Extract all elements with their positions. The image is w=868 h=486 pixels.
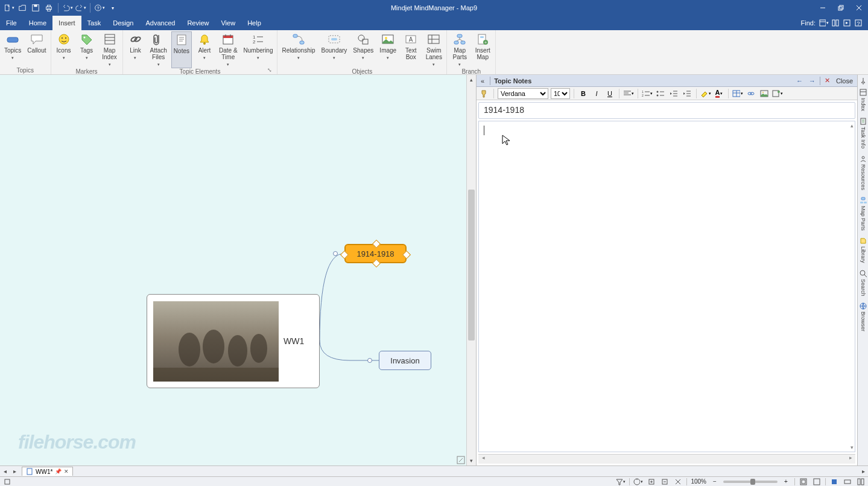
indent-button[interactable] [682, 88, 692, 99]
scroll-up-icon[interactable]: ▴ [467, 75, 476, 85]
help-icon[interactable]: ?▾ [94, 2, 105, 13]
notes-hscroll[interactable]: ◂ ▸ [478, 454, 855, 464]
text-box-button[interactable]: ATextBox [401, 31, 421, 68]
boundary-button[interactable]: Boundary▾ [320, 31, 349, 68]
notes-next-icon[interactable]: → [807, 77, 817, 85]
view-mode-3-icon[interactable] [856, 478, 866, 486]
bold-button[interactable]: B [578, 88, 589, 99]
zoom-in-button[interactable]: + [781, 478, 791, 486]
relationship-button[interactable]: Relationship▾ [280, 31, 317, 68]
insert-hyperlink-button[interactable] [746, 88, 756, 99]
focus-icon[interactable] [673, 478, 683, 486]
selection-handle-top[interactable] [372, 240, 381, 248]
highlight-button[interactable]: ▾ [700, 88, 711, 99]
find-layout-icon[interactable]: ▾ [819, 18, 829, 28]
find-help-icon[interactable]: ? [854, 18, 863, 28]
menu-home[interactable]: Home [23, 16, 52, 30]
find-arrow-icon[interactable] [842, 18, 852, 28]
selection-handle-right[interactable] [402, 251, 411, 259]
open-icon[interactable] [17, 2, 28, 13]
new-doc-icon[interactable]: ▾ [4, 2, 14, 13]
menu-view[interactable]: View [215, 16, 241, 30]
selection-handle-bottom[interactable] [372, 259, 381, 267]
mindmap-canvas[interactable]: WW1 1914-1918 Invasion filehorse.com [0, 75, 466, 465]
menu-insert[interactable]: Insert [52, 16, 81, 30]
menu-advanced[interactable]: Advanced [139, 16, 181, 30]
insert-image-button[interactable] [759, 88, 770, 99]
menu-help[interactable]: Help [241, 16, 267, 30]
filter-icon[interactable]: ▾ [616, 478, 626, 486]
outdent-button[interactable] [668, 88, 679, 99]
shapes-button[interactable]: Shapes▾ [351, 31, 375, 68]
underline-button[interactable]: U [604, 88, 615, 99]
format-painter-icon[interactable] [479, 88, 490, 99]
right-tab-task-info[interactable]: Task Info [858, 115, 868, 151]
insert-object-button[interactable]: ▾ [772, 88, 783, 99]
save-icon[interactable] [30, 2, 41, 13]
doc-tab-pin-icon[interactable]: 📌 [55, 468, 62, 475]
notes-scroll-up-icon[interactable]: ▴ [851, 123, 854, 129]
fit-map-icon[interactable] [812, 478, 822, 486]
swim-lanes-button[interactable]: SwimLanes▾ [423, 31, 444, 68]
qat-customize-icon[interactable]: ▾ [107, 2, 118, 13]
zoom-slider[interactable] [723, 481, 778, 483]
group-launcher-icon[interactable]: ⤡ [266, 67, 273, 74]
font-family-select[interactable]: Verdana [498, 88, 548, 99]
tab-scroll-left-icon[interactable]: ◂ [0, 468, 10, 475]
right-tabs-pin-icon[interactable] [858, 77, 869, 85]
view-mode-2-icon[interactable] [843, 478, 852, 486]
close-window-button[interactable] [850, 0, 868, 16]
insert-table-button[interactable]: ▾ [732, 88, 743, 99]
tab-scroll-right-icon[interactable]: ▸ [10, 468, 19, 475]
collapse-icon[interactable] [660, 478, 670, 486]
right-tab-browser[interactable]: Browser [858, 299, 868, 334]
icons-button[interactable]: Icons▾ [54, 31, 74, 68]
date-time-button[interactable]: Date &Time▾ [217, 31, 239, 68]
find-toggle-icon[interactable] [831, 18, 840, 28]
insert-map-button[interactable]: +InsertMap [472, 31, 493, 68]
link-button[interactable]: Link▾ [125, 31, 146, 68]
image-button[interactable]: Image▾ [378, 31, 398, 68]
notes-close-button[interactable]: Close [834, 77, 855, 85]
document-tab[interactable]: WW1* 📌 ✕ [22, 467, 73, 476]
status-flag-icon[interactable] [2, 478, 12, 486]
right-tab-index[interactable]: Index [858, 86, 868, 114]
subtopic-invasion[interactable]: Invasion [379, 351, 431, 370]
font-size-select[interactable]: 10 [551, 88, 570, 99]
minimize-button[interactable] [814, 0, 832, 16]
notes-prev-icon[interactable]: ← [794, 77, 805, 85]
restore-button[interactable] [832, 0, 850, 16]
connector-dot-2[interactable] [367, 358, 372, 363]
italic-button[interactable]: I [591, 88, 602, 99]
doc-tab-close-icon[interactable]: ✕ [64, 468, 69, 475]
view-mode-1-icon[interactable] [829, 478, 839, 486]
right-tab-resources[interactable]: Resources [858, 152, 868, 193]
zoom-slider-thumb[interactable] [750, 479, 755, 485]
redo-icon[interactable]: ▾ [75, 2, 86, 13]
notes-close-x-icon[interactable]: ✕ [823, 77, 832, 85]
callout-button[interactable]: Callout [25, 31, 48, 67]
tab-scroll-end-icon[interactable]: ▸ [858, 468, 868, 475]
menu-review[interactable]: Review [181, 16, 215, 30]
print-icon[interactable] [43, 2, 54, 13]
notes-editor[interactable]: ▴ ▾ [478, 121, 855, 452]
zoom-out-button[interactable]: − [710, 478, 720, 486]
menu-design[interactable]: Design [107, 16, 139, 30]
connector-dot-1[interactable] [333, 251, 338, 256]
zoom-value[interactable]: 100% [691, 478, 706, 485]
subtopic-1914-1918[interactable]: 1914-1918 [344, 244, 407, 263]
attach-files-button[interactable]: AttachFiles▾ [148, 31, 169, 68]
font-color-button[interactable]: A▾ [714, 88, 724, 99]
canvas-resize-icon[interactable] [457, 456, 465, 464]
align-button[interactable]: ▾ [623, 88, 634, 99]
numbering-button[interactable]: 12Numbering▾ [242, 31, 275, 68]
map-index-button[interactable]: MapIndex▾ [100, 31, 120, 68]
menu-task[interactable]: Task [81, 16, 107, 30]
bullet-list-button[interactable] [655, 88, 666, 99]
detail-level-icon[interactable]: ▾ [633, 478, 643, 486]
central-topic[interactable]: WW1 [147, 294, 320, 388]
scroll-down-icon[interactable]: ▾ [467, 456, 476, 465]
undo-icon[interactable]: ▾ [62, 2, 73, 13]
right-tab-search[interactable]: Search [858, 267, 868, 299]
map-parts-button[interactable]: MapParts▾ [449, 31, 470, 68]
